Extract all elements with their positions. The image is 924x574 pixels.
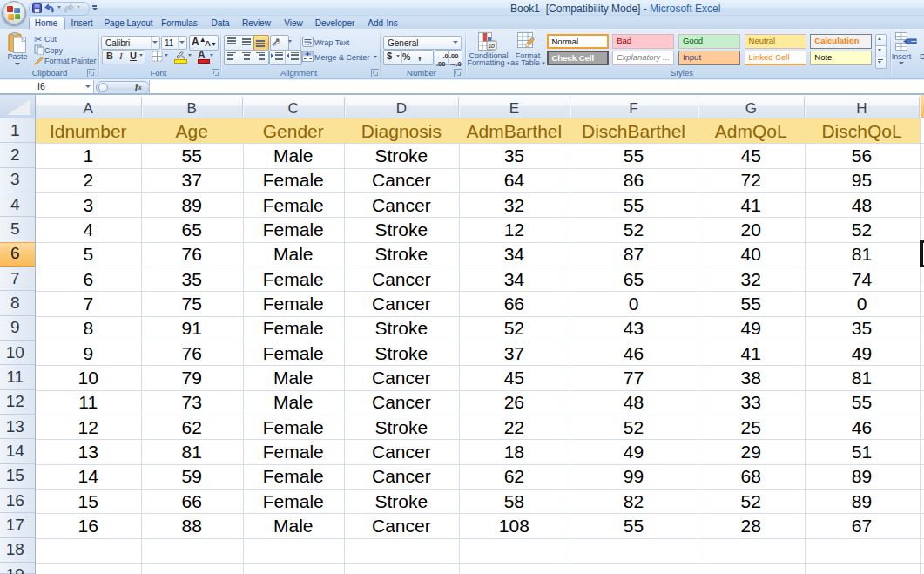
svg-text:sb: sb [489, 43, 496, 49]
